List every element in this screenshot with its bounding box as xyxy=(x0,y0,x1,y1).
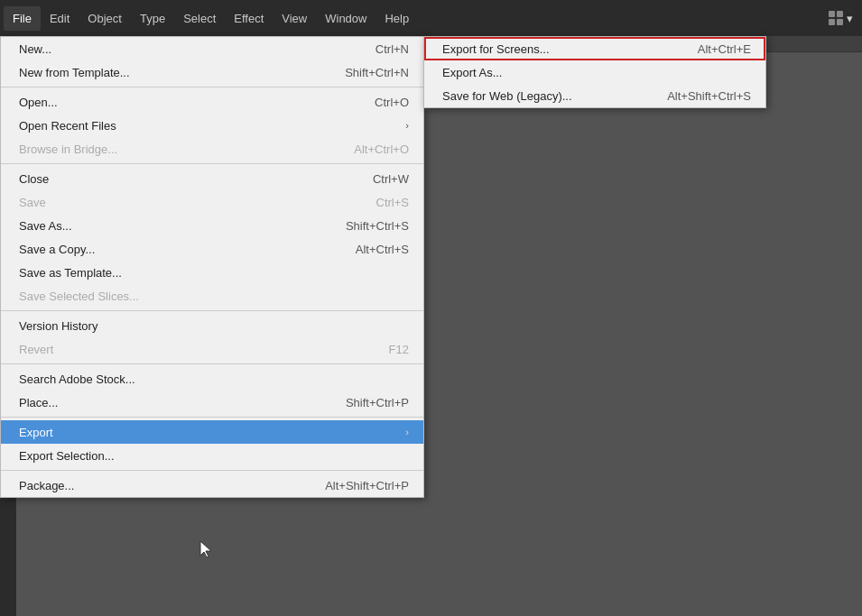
menu-item-export-selection-label: Export Selection... xyxy=(19,449,115,463)
menu-item-save-template[interactable]: Save as Template... xyxy=(1,261,423,284)
menu-item-place[interactable]: Place... Shift+Ctrl+P xyxy=(1,391,423,414)
menu-item-revert-shortcut: F12 xyxy=(389,343,409,356)
menu-item-save-label: Save xyxy=(19,196,46,209)
menu-item-close[interactable]: Close Ctrl+W xyxy=(1,167,423,190)
menu-item-save-as-label: Save As... xyxy=(19,219,72,233)
menu-item-close-label: Close xyxy=(19,172,49,186)
menu-item-new-from-template-shortcut: Shift+Ctrl+N xyxy=(345,66,409,79)
menu-item-version-history[interactable]: Version History xyxy=(1,314,423,337)
file-dropdown-menu: New... Ctrl+N New from Template... Shift… xyxy=(0,36,424,498)
menu-item-save-copy-shortcut: Alt+Ctrl+S xyxy=(356,243,409,256)
menu-item-open-recent[interactable]: Open Recent Files › xyxy=(1,114,423,137)
menu-item-place-shortcut: Shift+Ctrl+P xyxy=(346,396,409,409)
separator-2 xyxy=(1,163,423,164)
submenu-item-save-for-web-label: Save for Web (Legacy)... xyxy=(442,89,572,103)
menu-item-package-label: Package... xyxy=(19,479,74,492)
separator-5 xyxy=(1,417,423,418)
menu-item-export-selection[interactable]: Export Selection... xyxy=(1,444,423,467)
menu-item-new-shortcut: Ctrl+N xyxy=(375,42,409,56)
menu-item-browse-bridge-label: Browse in Bridge... xyxy=(19,143,117,156)
separator-1 xyxy=(1,87,423,87)
menu-item-save-copy[interactable]: Save a Copy... Alt+Ctrl+S xyxy=(1,237,423,261)
submenu-item-export-for-screens[interactable]: Export for Screens... Alt+Ctrl+E xyxy=(424,37,765,60)
export-submenu: Export for Screens... Alt+Ctrl+E Export … xyxy=(423,36,766,108)
menu-item-save-copy-label: Save a Copy... xyxy=(19,243,95,256)
menu-item-open[interactable]: Open... Ctrl+O xyxy=(1,90,423,114)
submenu-item-export-for-screens-label: Export for Screens... xyxy=(442,42,550,56)
separator-3 xyxy=(1,310,423,311)
menu-item-close-shortcut: Ctrl+W xyxy=(373,172,409,186)
menu-item-package[interactable]: Package... Alt+Shift+Ctrl+P xyxy=(1,473,423,497)
ws-cell-1 xyxy=(829,11,835,17)
separator-4 xyxy=(1,363,423,364)
submenu-item-save-for-web-shortcut: Alt+Shift+Ctrl+S xyxy=(667,89,751,103)
menu-item-open-label: Open... xyxy=(19,96,58,109)
menubar: File Edit Object Type Select Effect View… xyxy=(0,0,862,36)
separator-6 xyxy=(1,470,423,471)
menu-item-open-shortcut: Ctrl+O xyxy=(375,96,409,109)
menu-item-new-from-template[interactable]: New from Template... Shift+Ctrl+N xyxy=(1,60,423,84)
ws-cell-4 xyxy=(837,19,843,25)
ws-cell-2 xyxy=(837,11,843,17)
menu-item-new-from-template-label: New from Template... xyxy=(19,66,130,79)
menu-item-revert[interactable]: Revert F12 xyxy=(1,337,423,361)
menubar-item-select[interactable]: Select xyxy=(174,6,225,31)
menu-item-save-selected-slices-label: Save Selected Slices... xyxy=(19,290,139,303)
export-arrow-icon: › xyxy=(405,427,409,437)
menu-item-export-label: Export xyxy=(19,426,53,439)
menu-item-version-history-label: Version History xyxy=(19,319,97,333)
menubar-item-window[interactable]: Window xyxy=(316,6,375,31)
menu-item-browse-bridge-shortcut: Alt+Ctrl+O xyxy=(354,143,409,156)
open-recent-arrow-icon: › xyxy=(405,120,409,131)
workspace-dropdown-arrow: ▾ xyxy=(847,12,853,25)
menu-item-revert-label: Revert xyxy=(19,343,53,356)
menu-item-save[interactable]: Save Ctrl+S xyxy=(1,190,423,214)
submenu-item-export-as-label: Export As... xyxy=(442,66,502,79)
menu-item-save-as[interactable]: Save As... Shift+Ctrl+S xyxy=(1,214,423,237)
menubar-item-help[interactable]: Help xyxy=(375,6,418,31)
submenu-item-export-as[interactable]: Export As... xyxy=(424,60,765,84)
menu-item-save-as-shortcut: Shift+Ctrl+S xyxy=(346,219,409,233)
menu-item-browse-bridge[interactable]: Browse in Bridge... Alt+Ctrl+O xyxy=(1,137,423,161)
submenu-item-export-for-screens-shortcut: Alt+Ctrl+E xyxy=(698,42,751,56)
menubar-right: ▾ xyxy=(823,7,858,29)
menu-item-open-recent-label: Open Recent Files xyxy=(19,119,116,133)
menu-item-new-label: New... xyxy=(19,42,51,56)
workspace-switcher[interactable]: ▾ xyxy=(823,7,858,29)
menubar-item-file[interactable]: File xyxy=(4,6,41,31)
submenu-item-save-for-web[interactable]: Save for Web (Legacy)... Alt+Shift+Ctrl+… xyxy=(424,84,765,107)
menu-item-new[interactable]: New... Ctrl+N xyxy=(1,37,423,60)
menubar-item-object[interactable]: Object xyxy=(79,6,131,31)
menu-item-save-shortcut: Ctrl+S xyxy=(376,196,409,209)
menu-item-export[interactable]: Export › xyxy=(1,420,423,444)
menubar-item-effect[interactable]: Effect xyxy=(225,6,273,31)
menubar-item-view[interactable]: View xyxy=(273,6,316,31)
workspace-grid-icon xyxy=(829,11,843,25)
menu-item-package-shortcut: Alt+Shift+Ctrl+P xyxy=(325,479,409,492)
menu-item-save-selected-slices[interactable]: Save Selected Slices... xyxy=(1,284,423,308)
menu-item-save-template-label: Save as Template... xyxy=(19,266,122,280)
menu-item-search-stock-label: Search Adobe Stock... xyxy=(19,372,135,386)
menu-item-place-label: Place... xyxy=(19,396,58,409)
ws-cell-3 xyxy=(829,19,835,25)
menubar-item-type[interactable]: Type xyxy=(131,6,174,31)
menu-item-search-stock[interactable]: Search Adobe Stock... xyxy=(1,367,423,391)
menubar-item-edit[interactable]: Edit xyxy=(41,6,79,31)
